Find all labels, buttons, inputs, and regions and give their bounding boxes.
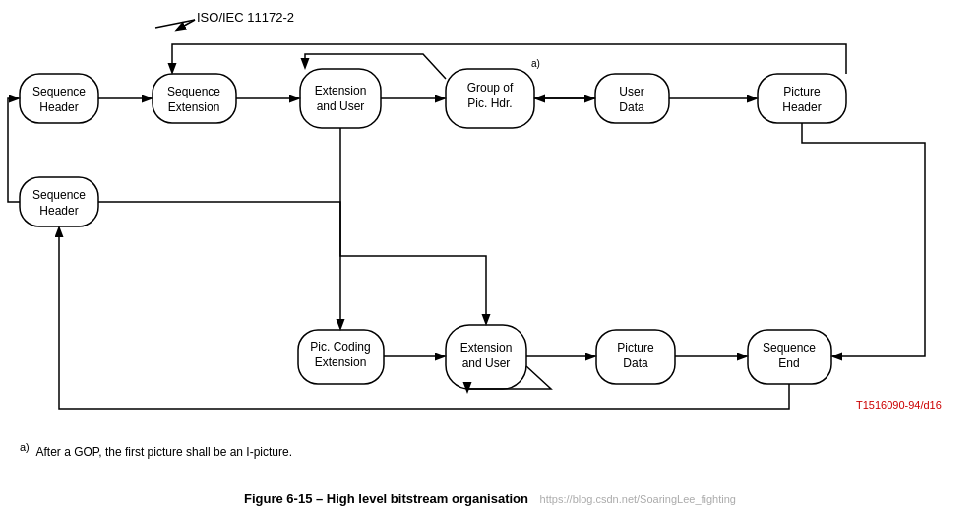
note-a-superscript: a) (531, 58, 540, 69)
seq-hdr-1-label: Sequence (32, 85, 86, 98)
seq-end-label2: End (778, 356, 799, 370)
svg-rect-2 (20, 74, 98, 123)
svg-rect-4 (300, 69, 381, 128)
pic-coding-label: Pic. Coding (310, 340, 370, 354)
ext-user-2-label2: and User (462, 356, 511, 370)
seq-ext-label2: Extension (168, 100, 220, 114)
svg-rect-6 (595, 74, 669, 123)
svg-rect-3 (153, 74, 236, 123)
ext-user-2-label: Extension (460, 341, 513, 355)
diagram-container: ISO/IEC 11172-2 Sequence Header Sequence… (0, 0, 980, 423)
ext-user-1-label2: and User (317, 99, 365, 113)
ref-code: T1516090-94/d16 (856, 399, 942, 411)
main-diagram: ISO/IEC 11172-2 Sequence Header Sequence… (0, 0, 980, 423)
user-data-label2: Data (619, 100, 644, 114)
pic-data-label: Picture (617, 341, 654, 355)
grp-pic-label2: Pic. Hdr. (467, 97, 512, 110)
iso-label: ISO/IEC 11172-2 (197, 10, 294, 25)
ext-user-1-label: Extension (315, 84, 367, 97)
pic-hdr-label: Picture (783, 85, 821, 98)
seq-ext-label: Sequence (167, 85, 220, 98)
seq-hdr-1-label2: Header (39, 100, 78, 114)
caption-text: Figure 6-15 – High level bitstream organ… (244, 491, 528, 506)
footnote-label: a) (20, 441, 30, 453)
seq-hdr-2-label2: Header (39, 204, 78, 218)
figure-caption: Figure 6-15 – High level bitstream organ… (0, 491, 980, 506)
grp-pic-label: Group of (467, 81, 514, 95)
seq-end-label: Sequence (763, 341, 816, 355)
footnote: a) After a GOP, the first picture shall … (20, 441, 292, 459)
user-data-label: User (619, 85, 643, 98)
pic-hdr-label2: Header (782, 100, 821, 114)
svg-rect-8 (20, 177, 98, 226)
svg-rect-7 (758, 74, 846, 123)
footnote-text: After a GOP, the first picture shall be … (35, 445, 292, 459)
seq-hdr-2-label: Sequence (32, 188, 86, 202)
pic-coding-label2: Extension (315, 355, 367, 369)
pic-data-label2: Data (623, 356, 648, 370)
watermark: https://blog.csdn.net/SoaringLee_fightin… (540, 493, 736, 505)
